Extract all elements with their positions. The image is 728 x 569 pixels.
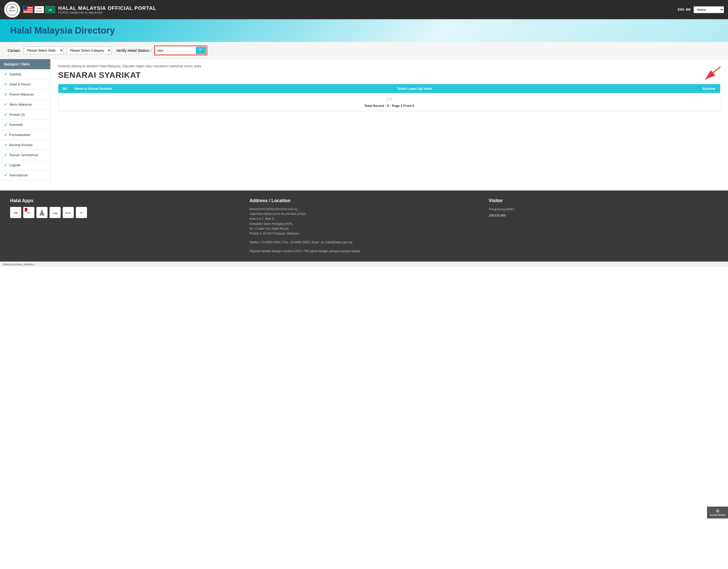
total-record: Total Record : 0 - Page 1 From 0 — [62, 103, 717, 109]
nav-dropdown-wrapper[interactable]: Home — [694, 6, 724, 13]
svg-text:HALAL: HALAL — [9, 10, 15, 12]
footer-address-line-6: Presint 3, 62100 Putrajaya, Malaysia. — [249, 231, 479, 236]
search-label: Carian: — [8, 48, 21, 53]
verify-input[interactable] — [155, 47, 196, 54]
col-nama: Nama & Alamat Syarikat — [71, 84, 393, 93]
pagination[interactable]: [ 1 ] — [62, 95, 717, 103]
sidebar-label-menu: Menu Makanan — [9, 103, 32, 106]
lang-bm-button[interactable]: BM — [686, 8, 691, 11]
svg-text:حلال: حلال — [9, 6, 15, 9]
pagination-link[interactable]: [ 1 ] — [386, 97, 392, 101]
status-url: /directory/index_directory — [3, 263, 34, 266]
footer-visitor-count: 109,570,860 — [489, 213, 718, 218]
col-tarikh: Tarikh Luput Sijil Halal — [393, 84, 697, 93]
halal-logo: حلال HALAL — [4, 2, 20, 18]
sidebar-item-menu-makanan[interactable]: ✔ Menu Makanan — [0, 100, 50, 110]
sidebar-label-barang: Barang Gunaan — [9, 143, 33, 147]
site-header: حلال HALAL ☽ JAKIM MALAYSIA — [0, 0, 728, 19]
col-syarikat: Syarikat — [697, 84, 720, 93]
language-switcher[interactable]: ENG BM — [678, 8, 691, 11]
section-title: SENARAI SYARIKAT — [58, 71, 720, 80]
footer-visitor-title: Visitor — [489, 198, 718, 204]
footer-resolution-note: Paparan terbaik dengan resolusi 1024 x 7… — [249, 249, 479, 254]
jakim-logo: JAKIM MALAYSIA — [34, 6, 44, 13]
check-icon: ✔ — [4, 163, 7, 168]
col-bil: Bil — [58, 84, 71, 93]
svg-rect-9 — [24, 11, 33, 12]
app-icon-4[interactable]: CCM — [50, 207, 61, 218]
sidebar-item-rumah-sembelihan[interactable]: ✔ Rumah Sembelihan — [0, 150, 50, 160]
check-icon: ✔ — [4, 82, 7, 87]
svg-text:☽: ☽ — [25, 7, 26, 9]
verify-search-box: 🔍 — [154, 46, 207, 55]
app-icon-1[interactable]: حلال — [10, 207, 21, 218]
sidebar-item-logistik[interactable]: ✔ Logistik — [0, 160, 50, 170]
svg-rect-13 — [35, 6, 44, 13]
halal-cert-logo: حلال — [45, 6, 55, 13]
sidebar-item-barang-gunaan[interactable]: ✔ Barang Gunaan — [0, 140, 50, 150]
sidebar-header: Kategori / Skim — [0, 59, 50, 69]
verify-search-button[interactable]: 🔍 — [196, 47, 206, 54]
sidebar-label-farmaseutikal: Farmaseutikal — [9, 133, 30, 137]
malaysia-flag-icon: ☽ — [23, 6, 33, 13]
footer-apps-list: حلال MY CCM — [10, 207, 239, 218]
footer-address-line-4: Kompleks Islam Putrajaya (KIP), — [249, 222, 479, 227]
sidebar-label-kosmetik: Kosmetik — [9, 123, 23, 127]
svg-text:حلال: حلال — [48, 9, 53, 11]
check-icon: ✔ — [4, 122, 7, 127]
footer-visitor-col: Visitor Pengunjung terkini : 109,570,860 — [489, 198, 718, 254]
results-table-wrapper: Bil Nama & Alamat Syarikat Tarikh Luput … — [58, 84, 720, 111]
svg-rect-8 — [24, 10, 33, 11]
main-content: Kategori / Skim ✔ Syarikat ✔ Hotel & Res… — [0, 59, 728, 186]
content-area: Selamat datang ke direktori Halal Malays… — [51, 59, 728, 186]
content-intro: Selamat datang ke direktori Halal Malays… — [58, 64, 720, 68]
sidebar-item-hotel[interactable]: ✔ Hotel & Resort — [0, 79, 50, 89]
sidebar-item-produk[interactable]: ✔ Produk (2) — [0, 110, 50, 120]
search-bar: Carian: Please Select State Please Selec… — [0, 42, 728, 59]
category-select[interactable]: Please Select Category — [66, 47, 111, 54]
nav-dropdown[interactable]: Home — [694, 6, 724, 13]
check-icon: ✔ — [4, 102, 7, 107]
svg-text:حلال: حلال — [13, 212, 18, 214]
check-icon: ✔ — [4, 143, 7, 147]
svg-text:MALAYSIA: MALAYSIA — [36, 11, 42, 12]
footer-address-line-2: JABATAN KEMAJUAN ISLAM MALAYSIA, — [249, 212, 479, 217]
sidebar-item-kosmetik[interactable]: ✔ Kosmetik — [0, 120, 50, 130]
check-icon: ✔ — [4, 173, 7, 178]
sidebar-label-hotel: Hotel & Resort — [9, 82, 31, 86]
footer-apps-col: Halal Apps حلال MY — [10, 198, 239, 254]
results-table: Bil Nama & Alamat Syarikat Tarikh Luput … — [58, 84, 720, 111]
app-icon-6[interactable]: MY — [76, 207, 87, 218]
check-icon: ✔ — [4, 72, 7, 77]
site-subtitle: PORTAL RASMI HALAL MALAYSIA — [58, 11, 675, 14]
sidebar-item-farmaseutikal[interactable]: ✔ Farmaseutikal — [0, 130, 50, 140]
footer-address-title: Address / Location — [249, 198, 479, 204]
sidebar-label-logistik: Logistik — [9, 163, 20, 167]
check-icon: ✔ — [4, 112, 7, 117]
lang-eng-button[interactable]: ENG — [678, 8, 684, 11]
app-icon-5[interactable]: HALAL — [63, 207, 74, 218]
footer-contact: Telefon : 03-8892 5000 | Fax : 03-8892 5… — [249, 240, 479, 245]
sidebar-item-international[interactable]: ✔ International — [0, 170, 50, 181]
svg-rect-10 — [24, 12, 33, 13]
svg-text:JAKIM: JAKIM — [37, 8, 41, 9]
sidebar-item-syarikat[interactable]: ✔ Syarikat — [0, 69, 50, 79]
svg-text:MY: MY — [28, 212, 30, 214]
svg-rect-24 — [25, 208, 27, 212]
svg-point-0 — [6, 4, 18, 15]
hero-banner: Halal Malaysia Directory — [0, 19, 728, 42]
footer: Halal Apps حلال MY — [0, 191, 728, 262]
sidebar-item-premis-makanan[interactable]: ✔ Premis Makanan — [0, 89, 50, 100]
footer-address-line-3: Aras 6 & 7, Blok D, — [249, 217, 479, 221]
footer-apps-title: Halal Apps — [10, 198, 239, 204]
svg-text:CCM: CCM — [53, 212, 58, 215]
state-select[interactable]: Please Select State — [23, 47, 64, 54]
footer-address-line-5: No. 3 Jalan Tun Abdul Razak, — [249, 227, 479, 231]
app-icon-2[interactable]: MY — [23, 207, 34, 218]
site-title: HALAL MALAYSIA OFFICIAL PORTAL — [58, 5, 675, 11]
footer-visitor-label: Pengunjung terkini : — [489, 207, 718, 212]
table-row: [ 1 ] Total Record : 0 - Page 1 From 0 — [58, 93, 720, 111]
hero-title: Halal Malaysia Directory — [10, 25, 115, 36]
sidebar: Kategori / Skim ✔ Syarikat ✔ Hotel & Res… — [0, 59, 51, 186]
app-icon-3[interactable] — [36, 207, 48, 218]
